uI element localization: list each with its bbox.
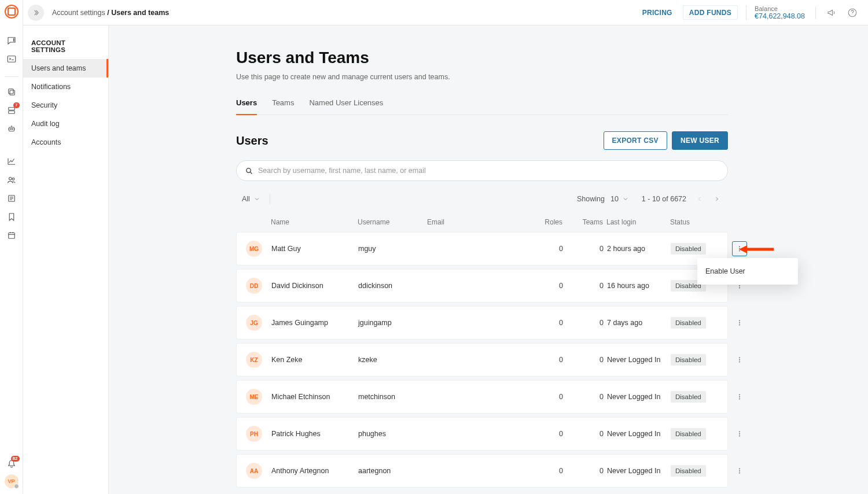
topbar: Account settings / Users and teams PRICI… (23, 0, 868, 25)
tab-teams[interactable]: Teams (272, 98, 294, 115)
svg-point-38 (739, 470, 740, 471)
search-input[interactable] (258, 167, 719, 175)
prev-page-button[interactable] (694, 194, 705, 204)
sidebar-item-audit-log[interactable]: Audit log (23, 115, 108, 133)
row-roles: 0 (526, 245, 567, 253)
svg-point-26 (739, 322, 740, 323)
filter-row: All Showing 10 1 - 10 of 6672 (236, 194, 728, 212)
svg-point-25 (739, 320, 740, 322)
svg-point-35 (739, 433, 740, 434)
row-name: James Guingamp (271, 319, 358, 327)
row-actions-button[interactable] (732, 389, 747, 404)
row-last-login: Never Logged In (607, 356, 671, 364)
chevron-down-icon (622, 196, 629, 202)
card-icon[interactable] (3, 190, 20, 207)
col-last-login: Last login (606, 218, 670, 226)
row-roles: 0 (526, 356, 567, 364)
page-range: 1 - 10 of 6672 (642, 195, 686, 203)
row-actions-button[interactable] (732, 352, 747, 367)
row-actions-button[interactable] (732, 463, 747, 478)
bookmark-icon[interactable] (3, 209, 20, 225)
col-teams: Teams (566, 218, 606, 226)
row-last-login: Never Logged In (607, 430, 671, 438)
row-last-login: Never Logged In (607, 467, 671, 475)
section-title: Users (236, 134, 269, 148)
svg-point-36 (739, 436, 740, 437)
svg-point-11 (9, 178, 12, 180)
row-name: Matt Guy (271, 245, 358, 253)
bell-icon[interactable]: 82 (3, 456, 20, 472)
row-username: phughes (358, 430, 428, 438)
expand-sidebar-button[interactable] (28, 5, 44, 21)
table-row: MG Matt Guy mguy 0 0 2 hours ago Disable… (236, 232, 728, 266)
row-roles: 0 (526, 282, 567, 290)
tab-named-user-licenses[interactable]: Named User Licenses (309, 98, 383, 115)
svg-point-12 (12, 178, 14, 180)
robot-icon[interactable] (3, 121, 20, 137)
row-teams: 0 (567, 319, 607, 327)
enable-user-item[interactable]: Enable User (697, 261, 798, 281)
row-actions-button[interactable] (732, 426, 747, 441)
calendar-icon[interactable] (3, 227, 20, 244)
row-name: Patrick Hughes (271, 430, 358, 438)
status-badge: Disabled (671, 243, 706, 255)
filter-all-dropdown[interactable]: All (242, 195, 260, 203)
copy-icon[interactable] (3, 84, 20, 100)
next-page-button[interactable] (712, 194, 722, 204)
chat-icon[interactable] (3, 32, 20, 49)
row-avatar: MG (246, 241, 262, 257)
help-icon[interactable] (847, 8, 858, 18)
row-name: Anthony Artegnon (271, 467, 358, 475)
search-icon (245, 167, 253, 175)
svg-point-23 (739, 285, 740, 286)
status-badge: Disabled (671, 428, 706, 440)
svg-marker-21 (739, 245, 747, 253)
user-avatar[interactable]: VP (5, 474, 19, 488)
new-user-button[interactable]: NEW USER (672, 131, 728, 150)
row-teams: 0 (567, 467, 607, 475)
row-teams: 0 (567, 282, 607, 290)
app-logo[interactable] (5, 5, 19, 19)
col-name: Name (271, 218, 358, 226)
row-name: Michael Etchinson (271, 393, 358, 401)
status-badge: Disabled (671, 391, 706, 403)
add-funds-link[interactable]: ADD FUNDS (689, 9, 731, 17)
svg-rect-6 (8, 108, 14, 110)
status-badge: Disabled (671, 465, 706, 477)
row-last-login: 16 hours ago (607, 282, 671, 290)
svg-rect-8 (9, 127, 14, 131)
row-teams: 0 (567, 430, 607, 438)
table-row: ME Michael Etchinson metchinson 0 0 Neve… (236, 380, 728, 414)
sidebar-item-notifications[interactable]: Notifications (23, 78, 108, 96)
row-username: metchinson (358, 393, 428, 401)
annotation-arrow (739, 244, 774, 255)
row-username: jguingamp (358, 319, 428, 327)
row-roles: 0 (526, 393, 567, 401)
pricing-link[interactable]: PRICING (642, 9, 672, 17)
tab-users[interactable]: Users (236, 98, 257, 115)
table-row: KZ Ken Zeke kzeke 0 0 Never Logged In Di… (236, 343, 728, 377)
svg-point-16 (247, 168, 251, 172)
svg-point-9 (10, 128, 11, 130)
server-icon[interactable]: 7 (3, 102, 20, 119)
export-csv-button[interactable]: EXPORT CSV (604, 131, 667, 150)
people-icon[interactable] (3, 172, 20, 188)
page-size-dropdown[interactable]: 10 (610, 195, 629, 203)
search-box[interactable] (236, 160, 728, 181)
trend-icon[interactable] (3, 153, 20, 169)
row-avatar: JG (246, 315, 262, 331)
terminal-icon[interactable] (3, 51, 20, 67)
row-teams: 0 (567, 393, 607, 401)
row-avatar: PH (246, 426, 262, 442)
sidebar-heading: ACCOUNT SETTINGS (23, 39, 108, 59)
row-actions-button[interactable] (732, 315, 747, 330)
sidebar-item-users-and-teams[interactable]: Users and teams (23, 59, 108, 78)
sidebar-item-security[interactable]: Security (23, 96, 108, 115)
megaphone-icon[interactable] (826, 8, 837, 18)
breadcrumb-current: / Users and teams (107, 9, 169, 17)
row-avatar: DD (246, 278, 262, 294)
sidebar-item-accounts[interactable]: Accounts (23, 133, 108, 152)
row-avatar: KZ (246, 352, 262, 368)
settings-sidebar: ACCOUNT SETTINGS Users and teamsNotifica… (23, 25, 109, 494)
breadcrumb-parent[interactable]: Account settings (52, 9, 105, 17)
